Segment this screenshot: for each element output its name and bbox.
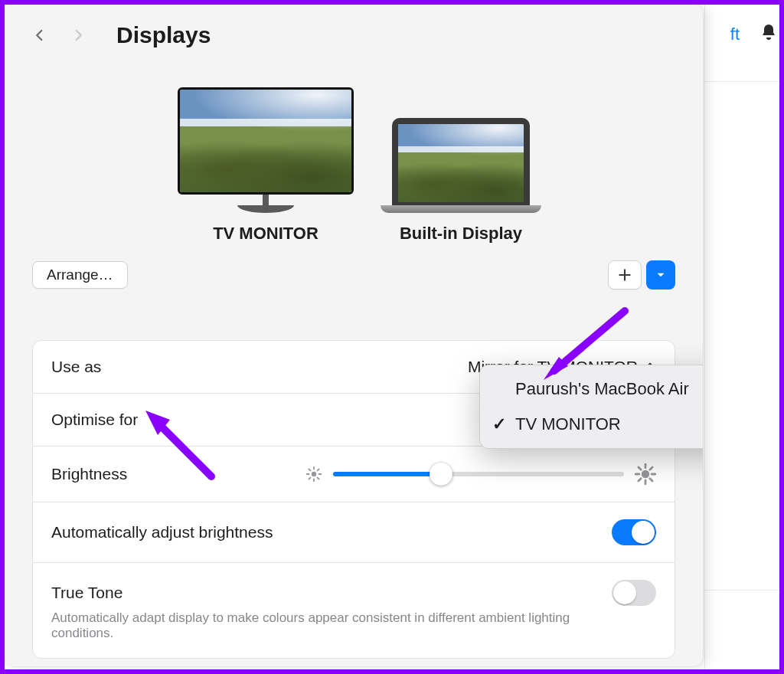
screenshot-border [0, 0, 784, 674]
